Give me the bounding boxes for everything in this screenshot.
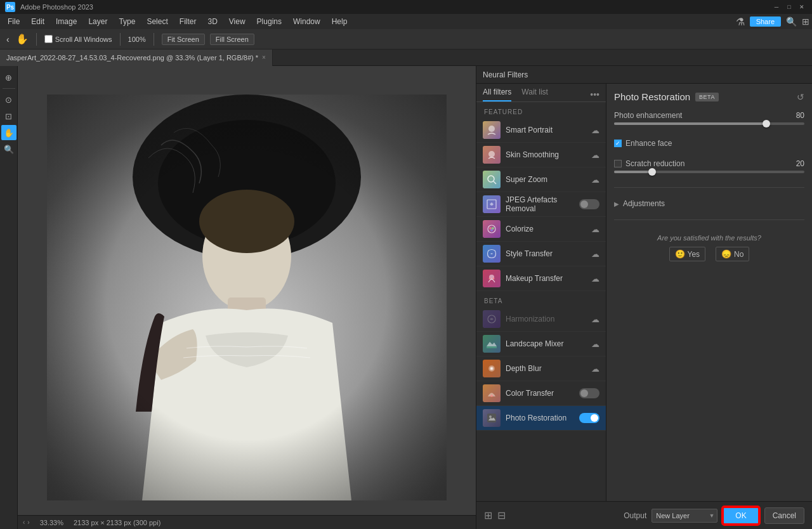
menu-edit[interactable]: Edit <box>26 16 49 27</box>
color-transfer-name: Color Transfer <box>506 389 574 398</box>
filter-color-transfer[interactable]: Color Transfer <box>476 381 606 406</box>
jpeg-artefacts-toggle[interactable] <box>579 199 599 209</box>
menu-window[interactable]: Window <box>288 16 325 27</box>
menu-image[interactable]: Image <box>51 16 82 27</box>
menu-help[interactable]: Help <box>327 16 353 27</box>
filter-jpeg-artefacts[interactable]: JPEG Artefacts Removal <box>476 192 606 217</box>
svg-point-16 <box>490 229 493 232</box>
scroll-all-checkbox[interactable] <box>44 35 53 43</box>
svg-point-26 <box>489 415 492 418</box>
scratch-reduction-section: Scratch reduction 20 <box>614 157 804 178</box>
menu-layer[interactable]: Layer <box>83 16 112 27</box>
fit-screen-button[interactable]: Fit Screen <box>162 34 205 45</box>
menu-file[interactable]: File <box>3 16 25 27</box>
svg-rect-25 <box>487 414 496 422</box>
filter-colorize[interactable]: Colorize ☁ <box>476 217 606 242</box>
scratch-reduction-thumb[interactable] <box>648 168 656 176</box>
workspace-icon[interactable]: ⊞ <box>802 16 809 27</box>
style-transfer-name: Style Transfer <box>506 249 586 258</box>
photo-enhancement-thumb[interactable] <box>763 120 770 127</box>
share-button[interactable]: Share <box>750 16 781 27</box>
beta-label: BETA <box>476 291 606 307</box>
svg-point-18 <box>489 278 491 280</box>
filter-photo-restoration[interactable]: Photo Restoration <box>476 406 606 431</box>
landscape-mixer-cloud: ☁ <box>591 339 599 349</box>
status-next[interactable]: › <box>27 519 29 526</box>
fill-screen-button[interactable]: Fill Screen <box>210 34 254 45</box>
feedback-yes-button[interactable]: 🙂 Yes <box>669 247 706 261</box>
filter-settings-panel: Photo Restoration BETA ↺ Photo enhanceme… <box>606 84 812 501</box>
bottom-bar: ⊞ ⊟ Output New Layer Current Layer New D… <box>476 501 812 529</box>
smart-portrait-icon <box>483 121 501 139</box>
close-button[interactable]: ✕ <box>797 2 807 12</box>
color-transfer-toggle[interactable] <box>579 388 599 398</box>
lasso-tool[interactable]: ⊙ <box>1 92 16 107</box>
neural-filters-panel: Neural Filters All filters Wait list •••… <box>476 66 812 529</box>
move-tool[interactable]: ⊕ <box>1 70 16 85</box>
reset-icon[interactable]: ↺ <box>797 92 804 102</box>
maximize-button[interactable]: □ <box>784 2 794 12</box>
tab-wait-list[interactable]: Wait list <box>521 88 548 101</box>
cancel-button[interactable]: Cancel <box>764 507 804 524</box>
settings-header: Photo Restoration BETA ↺ <box>614 91 804 102</box>
filter-tabs: All filters Wait list ••• <box>476 84 606 102</box>
scratch-reduction-slider[interactable] <box>614 171 804 173</box>
svg-point-23 <box>491 368 493 370</box>
scratch-reduction-label: Scratch reduction <box>625 159 684 168</box>
neural-filters-body: All filters Wait list ••• FEATURED Smart… <box>476 84 812 501</box>
scratch-reduction-checkbox[interactable] <box>614 160 622 167</box>
scroll-all-label[interactable]: Scroll All Windows <box>44 35 112 43</box>
status-prev[interactable]: ‹ <box>23 519 25 526</box>
filter-depth-blur[interactable]: Depth Blur ☁ <box>476 356 606 381</box>
tab-close-button[interactable]: × <box>262 54 266 61</box>
filter-smart-portrait[interactable]: Smart Portrait ☁ <box>476 118 606 143</box>
photo-enhancement-row: Photo enhancement 80 <box>614 111 804 120</box>
menu-view[interactable]: View <box>224 16 251 27</box>
dimensions-status: 2133 px × 2133 px (300 ppi) <box>74 519 160 526</box>
tabs-more-icon[interactable]: ••• <box>590 89 599 100</box>
back-arrow[interactable]: ‹ <box>5 33 11 46</box>
filter-super-zoom[interactable]: Super Zoom ☁ <box>476 167 606 192</box>
tab-all-filters[interactable]: All filters <box>483 88 511 101</box>
smart-portrait-name: Smart Portrait <box>506 126 586 134</box>
jpeg-artefacts-name: JPEG Artefacts Removal <box>506 195 574 213</box>
enhance-face-checkbox[interactable] <box>614 140 622 147</box>
search-icon[interactable]: 🔍 <box>786 16 797 27</box>
zoom-status: 33.33% <box>40 519 63 526</box>
hand-tool-icon[interactable]: ✋ <box>16 33 29 45</box>
menu-select[interactable]: Select <box>141 16 173 27</box>
photo-restoration-toggle[interactable] <box>579 413 599 423</box>
ok-button[interactable]: OK <box>723 507 759 525</box>
harmonization-icon <box>483 310 501 328</box>
menu-3d[interactable]: 3D <box>202 16 222 27</box>
filter-landscape-mixer[interactable]: Landscape Mixer ☁ <box>476 332 606 356</box>
smart-portrait-cloud: ☁ <box>591 126 599 135</box>
beta-badge: BETA <box>695 93 719 101</box>
compare-icon[interactable]: ⊞ <box>484 509 492 521</box>
colorize-cloud: ☁ <box>591 225 599 234</box>
filter-harmonization[interactable]: Harmonization ☁ <box>476 307 606 332</box>
layers-icon[interactable]: ⊟ <box>497 509 506 521</box>
filter-makeup-transfer[interactable]: Makeup Transfer ☁ <box>476 266 606 291</box>
doc-tab[interactable]: JasperArt_2022-08-27_14.53.03_4-Recovere… <box>0 49 273 66</box>
menu-plugins[interactable]: Plugins <box>252 16 287 27</box>
zoom-tool[interactable]: 🔍 <box>1 141 16 157</box>
menu-filter[interactable]: Filter <box>174 16 202 27</box>
cloud-status-icon[interactable]: ⚗ <box>736 16 745 28</box>
feedback-no-button[interactable]: 😞 No <box>716 247 749 261</box>
colorize-name: Colorize <box>506 225 586 233</box>
photo-enhancement-slider[interactable] <box>614 122 804 125</box>
minimize-button[interactable]: ─ <box>771 2 782 12</box>
hand-tool[interactable]: ✋ <box>1 125 16 140</box>
feedback-section: Are you satisfied with the results? 🙂 Ye… <box>614 234 804 261</box>
filter-skin-smoothing[interactable]: Skin Smoothing ☁ <box>476 143 606 167</box>
adjustments-row[interactable]: ▶ Adjustments <box>614 197 804 211</box>
filter-style-transfer[interactable]: Style Transfer ☁ <box>476 242 606 266</box>
menu-type[interactable]: Type <box>114 16 140 27</box>
adjustments-label: Adjustments <box>623 199 665 208</box>
output-select[interactable]: New Layer Current Layer New Document <box>652 509 717 523</box>
crop-tool[interactable]: ⊡ <box>1 108 16 124</box>
enhance-face-row: Enhance face <box>614 139 804 148</box>
panel-title: Neural Filters <box>483 70 528 79</box>
jpeg-artefacts-icon <box>483 195 501 213</box>
